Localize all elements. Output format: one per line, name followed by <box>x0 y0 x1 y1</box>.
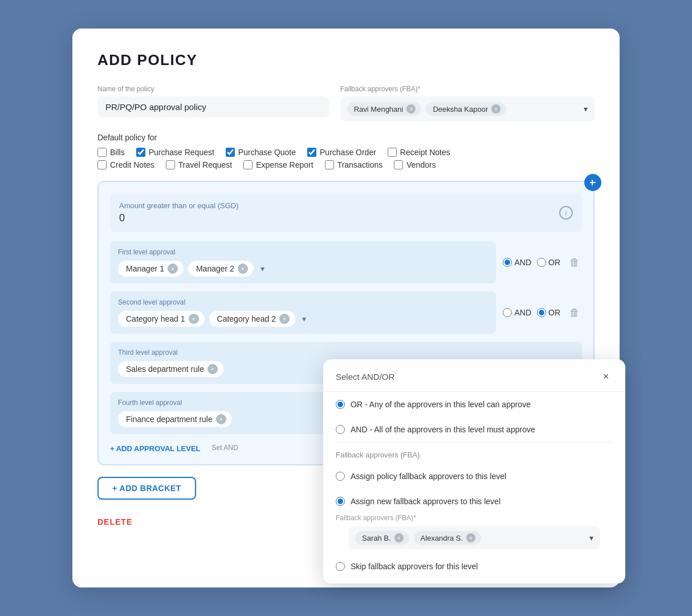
checkbox-purchase-quote-input[interactable] <box>226 148 235 157</box>
checkbox-row-2: Credit Notes Travel Request Expense Repo… <box>97 160 595 169</box>
checkbox-expense-report[interactable]: Expense Report <box>243 160 313 169</box>
info-icon[interactable]: i <box>559 206 573 220</box>
level1-and-radio[interactable]: AND <box>503 258 531 267</box>
checkbox-purchase-order-input[interactable] <box>307 148 316 157</box>
level2-and-radio[interactable]: AND <box>503 308 531 317</box>
checkbox-vendors-input[interactable] <box>394 160 403 169</box>
popover-header: Select AND/OR × <box>323 359 625 392</box>
checkbox-expense-report-input[interactable] <box>243 160 253 169</box>
delete-level1-button[interactable]: 🗑 <box>567 254 582 271</box>
popover-fba-assign-policy[interactable]: Assign policy fallback approvers to this… <box>323 464 625 489</box>
policy-name-input[interactable] <box>97 96 329 117</box>
level1-and-or: AND OR <box>503 258 560 267</box>
remove-cathead1[interactable]: × <box>189 314 199 324</box>
checkbox-credit-notes[interactable]: Credit Notes <box>97 160 154 169</box>
popover-fba-assign-new-label: Assign new fallback approvers to this le… <box>351 497 500 506</box>
checkbox-receipt-notes[interactable]: Receipt Notes <box>388 148 450 157</box>
main-card: ADD POLICY Name of the policy Fallback a… <box>72 29 620 587</box>
delete-level2-button[interactable]: 🗑 <box>567 305 582 321</box>
popover-and-label: AND - All of the approvers in this level… <box>351 425 535 434</box>
popover-fba-assign-policy-label: Assign policy fallback approvers to this… <box>351 472 506 481</box>
delete-policy-button[interactable]: DELETE <box>97 517 132 526</box>
checkbox-purchase-request-input[interactable] <box>136 148 145 157</box>
popover-fba-input-label: Fallback approvers (FBA)* <box>336 514 613 522</box>
approver-tag-ravi: Ravi Menghani × <box>347 102 422 116</box>
manager2-tag: Manager 2 × <box>188 261 254 277</box>
finance-tag: Finance department rule × <box>118 411 232 427</box>
remove-manager1[interactable]: × <box>168 264 178 274</box>
policy-name-group: Name of the policy <box>97 85 329 121</box>
fba-dropdown-arrow[interactable]: ▾ <box>589 533 593 542</box>
and-or-popover: Select AND/OR × OR - Any of the approver… <box>323 359 625 583</box>
checkbox-bills-input[interactable] <box>97 148 107 157</box>
popover-or-radio[interactable] <box>336 400 345 409</box>
checkbox-purchase-quote[interactable]: Purchase Quote <box>226 148 296 157</box>
fallback-dropdown-arrow[interactable]: ▾ <box>584 104 588 114</box>
approval-level-2: Second level approval Category head 1 × … <box>110 291 582 334</box>
remove-sales[interactable]: × <box>207 364 218 374</box>
cathead2-tag: Category head 2 × <box>209 311 296 327</box>
checkbox-row-1: Bills Purchase Request Purchase Quote Pu… <box>97 148 595 157</box>
default-policy-label: Default policy for <box>97 133 595 142</box>
popover-fba-skip[interactable]: Skip fallback approvers for this level <box>323 554 625 579</box>
level2-dropdown[interactable]: ▾ <box>302 314 306 323</box>
fba-sarah-tag: Sarah B. × <box>355 531 409 545</box>
popover-or-option[interactable]: OR - Any of the approvers in this level … <box>323 392 625 417</box>
checkbox-credit-notes-input[interactable] <box>97 160 107 169</box>
default-policy-section: Default policy for Bills Purchase Reques… <box>97 133 595 169</box>
level1-dropdown[interactable]: ▾ <box>260 264 264 273</box>
fallback-approvers-input[interactable]: Ravi Menghani × Deeksha Kapoor × ▾ <box>340 96 595 121</box>
remove-finance[interactable]: × <box>216 414 226 424</box>
remove-cathead2[interactable]: × <box>279 314 290 324</box>
checkbox-purchase-request[interactable]: Purchase Request <box>136 148 214 157</box>
checkbox-travel-request-input[interactable] <box>166 160 175 169</box>
checkbox-purchase-order[interactable]: Purchase Order <box>307 148 376 157</box>
checkbox-travel-request[interactable]: Travel Request <box>166 160 232 169</box>
remove-sarah[interactable]: × <box>394 533 404 542</box>
checkbox-transactions-input[interactable] <box>325 160 334 169</box>
level2-and-or: AND OR <box>503 308 560 317</box>
popover-and-radio[interactable] <box>336 425 345 434</box>
fba-alex-tag: Alexandra S. × <box>414 531 481 545</box>
amount-value: 0 <box>119 212 239 224</box>
add-bracket-button[interactable]: + ADD BRACKET <box>97 477 196 500</box>
policy-name-label: Name of the policy <box>97 85 329 93</box>
fallback-group: Fallback approvers (FBA)* Ravi Menghani … <box>340 85 595 121</box>
popover-fba-skip-label: Skip fallback approvers for this level <box>351 562 478 571</box>
svg-rect-1 <box>592 180 593 185</box>
remove-deeksha[interactable]: × <box>491 104 500 114</box>
level2-or-radio[interactable]: OR <box>537 308 560 317</box>
level-1-label: First level approval <box>118 248 488 256</box>
sales-tag: Sales department rule × <box>118 361 223 377</box>
popover-close-button[interactable]: × <box>599 370 613 383</box>
approval-level-1: First level approval Manager 1 × Manager… <box>110 241 582 283</box>
remove-ravi[interactable]: × <box>406 104 416 114</box>
popover-fba-assign-new[interactable]: Assign new fallback approvers to this le… <box>323 489 625 514</box>
popover-fba-section-label: Fallback approvers (FBA) <box>323 443 625 464</box>
manager1-tag: Manager 1 × <box>118 261 184 277</box>
level1-or-radio[interactable]: OR <box>537 258 560 267</box>
amount-section: Amount greater than or equal (SGD) 0 i <box>110 193 582 232</box>
popover-fba-new-radio[interactable] <box>336 497 345 506</box>
checkbox-bills[interactable]: Bills <box>97 148 125 157</box>
cathead1-tag: Category head 1 × <box>118 311 205 327</box>
popover-and-option[interactable]: AND - All of the approvers in this level… <box>323 417 625 442</box>
remove-alex[interactable]: × <box>466 533 475 542</box>
checkbox-receipt-notes-input[interactable] <box>388 148 397 157</box>
level-3-label: Third level approval <box>118 348 574 356</box>
popover-title: Select AND/OR <box>336 372 394 382</box>
add-approval-level-button[interactable]: + ADD APPROVAL LEVEL <box>110 444 201 453</box>
page-title: ADD POLICY <box>97 51 595 69</box>
popover-fba-approvers[interactable]: Sarah B. × Alexandra S. × ▾ <box>348 526 600 549</box>
amount-label: Amount greater than or equal (SGD) <box>119 201 239 210</box>
set-and-text: Set AND <box>212 444 238 452</box>
checkbox-vendors[interactable]: Vendors <box>394 160 435 169</box>
popover-fba-skip-radio[interactable] <box>336 562 345 571</box>
fallback-label: Fallback approvers (FBA)* <box>340 85 595 93</box>
popover-or-label: OR - Any of the approvers in this level … <box>351 400 531 409</box>
bracket-delete-button[interactable] <box>584 174 601 191</box>
remove-manager2[interactable]: × <box>238 264 248 274</box>
level-2-label: Second level approval <box>118 298 488 306</box>
popover-fba-policy-radio[interactable] <box>336 472 345 481</box>
checkbox-transactions[interactable]: Transactions <box>325 160 383 169</box>
